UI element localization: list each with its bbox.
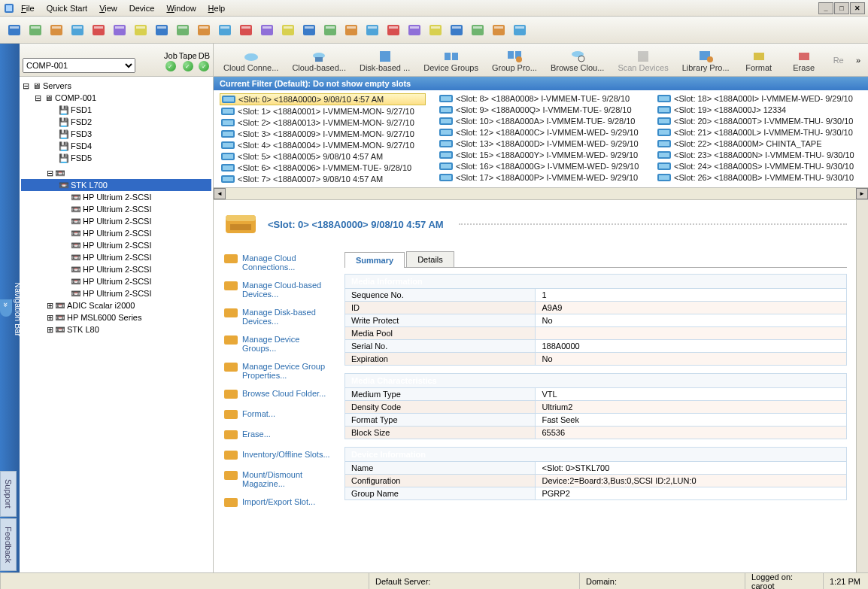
slot-scrollbar[interactable]: ◄► xyxy=(214,187,868,199)
btn-erase[interactable]: Erase xyxy=(782,46,827,74)
toolbar-icon-16[interactable] xyxy=(341,20,361,40)
slot-row[interactable]: <Slot: 4> <188A0004> I-VMMEM-MON- 9/27/1… xyxy=(220,140,426,150)
support-tab[interactable]: Support xyxy=(0,471,17,517)
toolbar-icon-4[interactable] xyxy=(89,20,108,40)
slot-row[interactable]: <Slot: 8> <188A0008> I-VMMEM-TUE- 9/28/1… xyxy=(438,93,644,104)
tree-fsd4[interactable]: 💾FSD4 xyxy=(21,140,211,152)
tree-adic[interactable]: ⊞ 📼ADIC Scalar i2000 xyxy=(21,299,211,311)
slot-row[interactable]: <Slot: 19> <188A000J> 12334 xyxy=(656,105,862,115)
slot-row[interactable]: <Slot: 17> <188A000P> I-VMMEM-WED- 9/29/… xyxy=(438,172,644,183)
slot-row[interactable]: <Slot: 0> <188A0000> 9/08/10 4:57 AM xyxy=(220,93,426,105)
action-manage-cloud-devices[interactable]: Manage Cloud-based Devices... xyxy=(223,278,335,301)
slot-row[interactable]: <Slot: 3> <188A0009> I-VMMEM-MON- 9/27/1… xyxy=(220,129,426,139)
slot-row[interactable]: <Slot: 15> <188A000Y> I-VMMEM-WED- 9/29/… xyxy=(438,150,644,160)
tree-comp[interactable]: ⊟ 🖥COMP-001 xyxy=(21,92,211,104)
toolbar-icon-24[interactable] xyxy=(510,20,530,40)
toolbar-icon-1[interactable] xyxy=(26,20,45,40)
tree-hp-drive-2[interactable]: 📼HP Ultrium 2-SCSI xyxy=(21,215,211,227)
menu-quickstart[interactable]: Quick Start xyxy=(41,2,93,14)
tree-fsd5[interactable]: 💾FSD5 xyxy=(21,152,211,164)
toolbar-icon-23[interactable] xyxy=(489,20,508,40)
tree-hp-drive-3[interactable]: 📼HP Ultrium 2-SCSI xyxy=(21,227,211,239)
menu-file[interactable]: File xyxy=(15,2,41,14)
server-combo[interactable]: COMP-001 xyxy=(23,58,135,73)
action-manage-group-props[interactable]: Manage Device Group Properties... xyxy=(223,360,335,382)
action-import-export[interactable]: Import/Export Slot... xyxy=(223,495,335,511)
tree-fsd3[interactable]: 💾FSD3 xyxy=(21,128,211,140)
toolbar-icon-5[interactable] xyxy=(110,20,129,40)
tree-servers[interactable]: ⊟ 🖥Servers xyxy=(21,80,211,92)
tree-hp-drive-1[interactable]: 📼HP Ultrium 2-SCSI xyxy=(21,203,211,215)
toolbar-icon-19[interactable] xyxy=(405,20,424,40)
toolbar-icon-17[interactable] xyxy=(363,20,382,40)
close-button[interactable]: ✕ xyxy=(850,2,865,14)
action-manage-cloud-conn[interactable]: Manage Cloud Connections... xyxy=(223,251,335,274)
tree-msl[interactable]: ⊞ 📼HP MSL6000 Series xyxy=(21,311,211,323)
toolbar-icon-2[interactable] xyxy=(47,20,66,40)
toolbar-icon-6[interactable] xyxy=(131,20,150,40)
btn-device-groups[interactable]: Device Groups xyxy=(417,46,485,74)
slot-row[interactable]: <Slot: 26> <188A000B> I-VMMEM-THU- 9/30/… xyxy=(656,172,862,183)
toolbar-icon-20[interactable] xyxy=(426,20,445,40)
toolbar-icon-7[interactable] xyxy=(152,20,171,40)
maximize-button[interactable]: □ xyxy=(834,2,849,14)
slot-row[interactable]: <Slot: 1> <188A0001> I-VMMEM-MON- 9/27/1… xyxy=(220,106,426,117)
slot-row[interactable]: <Slot: 20> <188A000T> I-VMMEM-THU- 9/30/… xyxy=(656,116,862,126)
tree-stk-parent[interactable]: ⊟ 📼 xyxy=(21,167,211,179)
menu-device[interactable]: Device xyxy=(123,2,161,14)
toolbar-icon-10[interactable] xyxy=(215,20,235,40)
btn-disk-based[interactable]: Disk-based ... xyxy=(353,46,417,74)
menu-view[interactable]: View xyxy=(93,2,123,14)
detail-scrollbar[interactable] xyxy=(856,200,868,572)
btn-cloud-based[interactable]: Cloud-based... xyxy=(285,46,353,74)
btn-group-properties[interactable]: Group Pro... xyxy=(485,46,544,74)
action-inventory[interactable]: Inventory/Offline Slots... xyxy=(223,448,335,463)
slot-row[interactable]: <Slot: 9> <188A000Q> I-VMMEM-TUE- 9/28/1… xyxy=(438,105,644,115)
slot-row[interactable]: <Slot: 5> <188A0005> 9/08/10 4:57 AM xyxy=(220,151,426,162)
btn-browse-cloud[interactable]: Browse Clou... xyxy=(544,46,612,74)
toolbar-icon-15[interactable] xyxy=(320,20,340,40)
toolbar-icon-18[interactable] xyxy=(384,20,403,40)
action-erase[interactable]: Erase... xyxy=(223,427,335,443)
slot-row[interactable]: <Slot: 23> <188A000N> I-VMMEM-THU- 9/30/… xyxy=(656,150,862,160)
btn-format[interactable]: Format xyxy=(736,46,782,74)
nav-collapse-button[interactable]: » xyxy=(0,299,12,316)
action-browse-cloud[interactable]: Browse Cloud Folder... xyxy=(223,387,335,402)
toolbar-icon-8[interactable] xyxy=(173,20,193,40)
slot-row[interactable]: <Slot: 12> <188A000C> I-VMMEM-WED- 9/29/… xyxy=(438,127,644,138)
action-manage-disk-devices[interactable]: Manage Disk-based Devices... xyxy=(223,305,335,328)
toolbar-icon-21[interactable] xyxy=(447,20,466,40)
slot-row[interactable]: <Slot: 16> <188A000G> I-VMMEM-WED- 9/29/… xyxy=(438,161,644,172)
toolbar-overflow[interactable]: » xyxy=(851,56,865,65)
toolbar-icon-14[interactable] xyxy=(299,20,319,40)
tree-hp-drive-8[interactable]: 📼HP Ultrium 2-SCSI xyxy=(21,287,211,299)
slot-row[interactable]: <Slot: 7> <188A0007> 9/08/10 4:57 AM xyxy=(220,174,426,184)
btn-cloud-connections[interactable]: Cloud Conne... xyxy=(217,46,285,74)
slot-row[interactable]: <Slot: 21> <188A000L> I-VMMEM-THU- 9/30/… xyxy=(656,127,862,138)
toolbar-icon-13[interactable] xyxy=(278,20,298,40)
btn-library-properties[interactable]: Library Pro... xyxy=(675,46,736,74)
slot-row[interactable]: <Slot: 18> <188A000I> I-VMMEM-WED- 9/29/… xyxy=(656,93,862,104)
menu-help[interactable]: Help xyxy=(202,2,232,14)
action-manage-device-groups[interactable]: Manage Device Groups... xyxy=(223,332,335,355)
tree-hp-drive-6[interactable]: 📼HP Ultrium 2-SCSI xyxy=(21,263,211,275)
slot-row[interactable]: <Slot: 2> <188A0013> I-VMMEM-MON- 9/27/1… xyxy=(220,117,426,128)
toolbar-icon-0[interactable] xyxy=(5,20,24,40)
tab-details[interactable]: Details xyxy=(406,251,454,267)
tree-l80[interactable]: ⊞ 📼STK L80 xyxy=(21,323,211,335)
slot-row[interactable]: <Slot: 24> <188A000S> I-VMMEM-THU- 9/30/… xyxy=(656,161,862,172)
action-mount[interactable]: Mount/Dismount Magazine... xyxy=(223,468,335,490)
toolbar-icon-9[interactable] xyxy=(194,20,214,40)
server-tree[interactable]: ⊟ 🖥Servers ⊟ 🖥COMP-001 💾FSD1💾FSD2💾FSD3💾F… xyxy=(20,77,213,572)
tree-hp-drive-5[interactable]: 📼HP Ultrium 2-SCSI xyxy=(21,251,211,263)
toolbar-icon-3[interactable] xyxy=(68,20,87,40)
tree-stk-l700[interactable]: 📼STK L700 xyxy=(21,179,211,191)
tree-hp-drive-4[interactable]: 📼HP Ultrium 2-SCSI xyxy=(21,239,211,251)
toolbar-icon-12[interactable] xyxy=(257,20,277,40)
slot-row[interactable]: <Slot: 13> <188A000D> I-VMMEM-WED- 9/29/… xyxy=(438,138,644,149)
feedback-tab[interactable]: Feedback xyxy=(0,518,17,571)
toolbar-icon-11[interactable] xyxy=(236,20,256,40)
slot-row[interactable]: <Slot: 6> <188A0006> I-VMMEM-TUE- 9/28/1… xyxy=(220,162,426,173)
action-format[interactable]: Format... xyxy=(223,407,335,423)
tree-fsd1[interactable]: 💾FSD1 xyxy=(21,104,211,116)
